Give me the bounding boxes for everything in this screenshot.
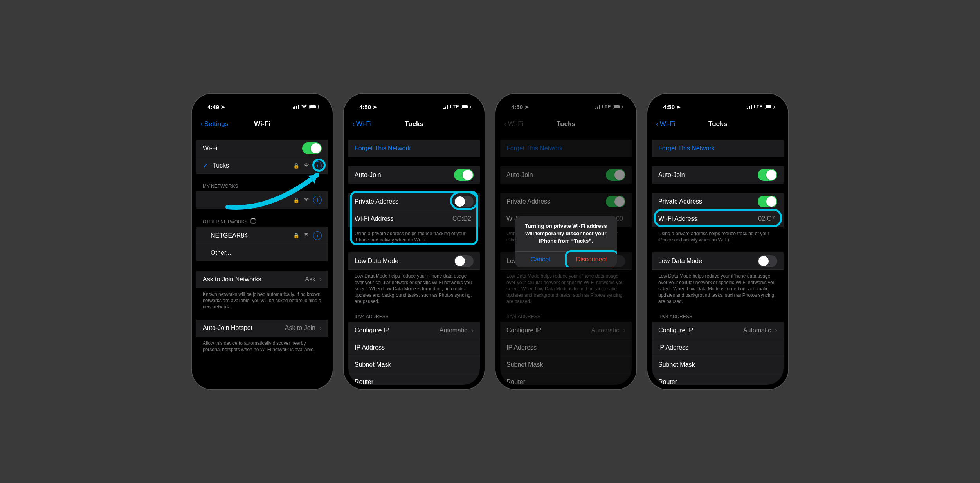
configure-ip-value: Automatic	[440, 327, 467, 334]
low-data-row[interactable]: Low Data Mode	[652, 252, 784, 270]
configure-ip-row[interactable]: Configure IP Automatic ›	[652, 322, 784, 339]
wifi-strength-icon	[303, 232, 309, 238]
alert-disconnect-button[interactable]: Disconnect	[566, 252, 617, 267]
other-network-manual-row[interactable]: Other...	[196, 244, 328, 261]
location-icon: ➤	[221, 104, 225, 110]
low-data-footer: Low Data Mode helps reduce your iPhone d…	[348, 270, 480, 305]
auto-hotspot-value: Ask to Join	[285, 324, 315, 332]
notch	[685, 98, 751, 109]
auto-join-hotspot-row[interactable]: Auto-Join Hotspot Ask to Join ›	[196, 320, 328, 337]
lock-icon: 🔒	[293, 232, 299, 238]
back-button[interactable]: ‹ Wi-Fi	[352, 120, 371, 128]
ipv4-header: IPV4 ADDRESS	[652, 314, 784, 322]
wifi-address-value: CC:D2	[452, 215, 471, 222]
modal-dimmer: Turning on private Wi-Fi address will te…	[500, 98, 632, 385]
back-button[interactable]: ‹ Settings	[200, 120, 228, 128]
wifi-switch[interactable]	[302, 142, 322, 154]
ask-to-join-row[interactable]: Ask to Join Networks Ask ›	[196, 271, 328, 288]
auto-hotspot-footer: Allow this device to automatically disco…	[196, 337, 328, 353]
chevron-left-icon: ‹	[352, 120, 355, 128]
notch	[229, 98, 295, 109]
chevron-left-icon: ‹	[656, 120, 658, 128]
private-address-switch[interactable]	[758, 196, 777, 207]
iphone-frame-3: 4:50 ➤ LTE ‹ Wi-Fi Tucks Forget This Net…	[495, 93, 637, 390]
wifi-address-row: Wi-Fi Address 02:C7	[652, 210, 784, 227]
info-icon[interactable]: i	[313, 231, 322, 240]
chevron-right-icon: ›	[471, 326, 474, 334]
back-label: Wi-Fi	[356, 120, 372, 128]
ask-join-label: Ask to Join Networks	[203, 276, 305, 283]
ip-address-row: IP Address	[348, 339, 480, 356]
back-label: Settings	[204, 120, 228, 128]
subnet-mask-row: Subnet Mask	[348, 356, 480, 373]
forget-label: Forget This Network	[658, 145, 777, 152]
auto-join-switch[interactable]	[454, 169, 474, 181]
alert-message: Turning on private Wi-Fi address will te…	[515, 216, 617, 251]
ip-address-row: IP Address	[652, 339, 784, 356]
connected-network-name: Tucks	[213, 162, 293, 169]
configure-ip-row[interactable]: Configure IP Automatic ›	[348, 322, 480, 339]
low-data-row[interactable]: Low Data Mode	[348, 252, 480, 270]
my-network-row[interactable]: 🔒 i	[196, 191, 328, 209]
page-title: Tucks	[405, 120, 423, 128]
low-data-switch[interactable]	[758, 255, 777, 267]
back-button[interactable]: ‹ Wi-Fi	[656, 120, 675, 128]
private-footer: Using a private address helps reduce tra…	[348, 227, 480, 243]
info-icon[interactable]: i	[313, 161, 322, 170]
alert-cancel-button[interactable]: Cancel	[515, 252, 566, 267]
private-group: Private Address Wi-Fi Address 02:C7 Usin…	[652, 193, 784, 243]
lock-icon: 🔒	[293, 163, 299, 169]
status-time: 4:50	[663, 104, 675, 110]
ask-join-footer: Known networks will be joined automatica…	[196, 288, 328, 310]
low-data-label: Low Data Mode	[658, 258, 758, 265]
configure-ip-value: Automatic	[743, 327, 771, 334]
private-address-row[interactable]: Private Address	[652, 193, 784, 210]
iphone-frame-2: 4:50 ➤ LTE ‹ Wi-Fi Tucks Forget This Net…	[343, 93, 485, 390]
status-time: 4:49	[207, 104, 219, 110]
alert-dialog: Turning on private Wi-Fi address will te…	[515, 216, 617, 267]
navbar: ‹ Wi-Fi Tucks	[348, 115, 480, 133]
phone-board: 4:49 ➤ ‹ Settings Wi-Fi	[191, 93, 789, 390]
private-address-label: Private Address	[658, 198, 758, 205]
info-icon[interactable]: i	[313, 196, 322, 204]
wifi-label: Wi-Fi	[203, 145, 302, 152]
subnet-mask-row: Subnet Mask	[652, 356, 784, 373]
chevron-right-icon: ›	[319, 275, 322, 283]
forget-network-row[interactable]: Forget This Network	[348, 140, 480, 157]
checkmark-icon: ✓	[203, 161, 209, 170]
location-icon: ➤	[373, 104, 377, 110]
private-address-switch[interactable]	[454, 196, 474, 207]
other-label: Other...	[203, 249, 322, 256]
low-data-switch[interactable]	[454, 255, 474, 267]
wifi-strength-icon	[303, 197, 309, 203]
auto-join-label: Auto-Join	[355, 171, 454, 178]
lock-icon: 🔒	[293, 197, 299, 203]
other-networks-header: OTHER NETWORKS	[196, 218, 328, 227]
ip-address-label: IP Address	[658, 344, 777, 351]
battery-icon	[309, 105, 319, 109]
configure-ip-label: Configure IP	[658, 327, 743, 334]
wifi-icon	[301, 104, 307, 110]
wifi-toggle-row[interactable]: Wi-Fi	[196, 140, 328, 157]
chevron-left-icon: ‹	[200, 120, 203, 128]
page-title: Tucks	[708, 120, 727, 128]
auto-join-switch[interactable]	[758, 169, 777, 181]
wifi-address-row: Wi-Fi Address CC:D2	[348, 210, 480, 227]
connected-network-row[interactable]: ✓ Tucks 🔒 i	[196, 157, 328, 174]
chevron-right-icon: ›	[319, 324, 322, 332]
forget-label: Forget This Network	[355, 145, 474, 152]
auto-join-row[interactable]: Auto-Join	[652, 166, 784, 184]
battery-icon	[765, 105, 774, 109]
iphone-frame-1: 4:49 ➤ ‹ Settings Wi-Fi	[191, 93, 333, 390]
wifi-address-label: Wi-Fi Address	[355, 215, 452, 222]
location-icon: ➤	[676, 104, 681, 110]
private-address-row[interactable]: Private Address	[348, 193, 480, 210]
configure-ip-label: Configure IP	[355, 327, 440, 334]
wifi-strength-icon	[303, 163, 309, 169]
auto-hotspot-label: Auto-Join Hotspot	[203, 324, 285, 332]
ip-address-label: IP Address	[355, 344, 474, 351]
other-network-row[interactable]: NETGEAR84 🔒 i	[196, 227, 328, 244]
auto-join-row[interactable]: Auto-Join	[348, 166, 480, 184]
private-footer: Using a private address helps reduce tra…	[652, 227, 784, 243]
forget-network-row[interactable]: Forget This Network	[652, 140, 784, 157]
